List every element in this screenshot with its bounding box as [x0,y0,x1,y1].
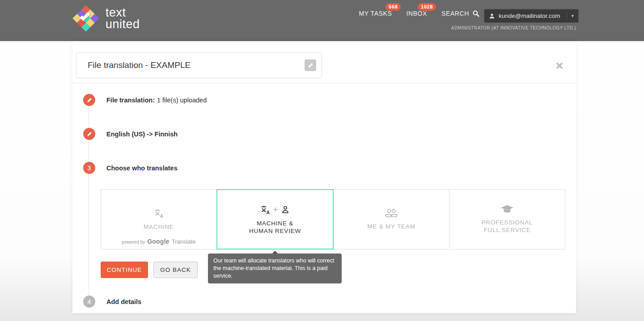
step-4-add-details: 4 Add details [83,296,141,308]
header-nav: MY TASKS 668 INBOX 1028 SEARCH [359,10,479,17]
nav-my-tasks-label: MY TASKS [359,10,392,17]
my-tasks-count-badge: 668 [386,3,401,11]
people-icon [384,208,399,218]
tooltip-text: Our team will allocate translators who w… [213,258,334,279]
tooltip-arrow [272,251,278,253]
step-3-number-circle: 3 [83,162,95,174]
nav-inbox[interactable]: INBOX 1028 [406,10,427,17]
option-machine-human-review[interactable]: A + MACHINE & HUMAN REVIEW [216,189,334,249]
translation-options: A MACHINE powered by Google Translate A … [101,189,565,249]
step-2-label: English (US) -> Finnish [106,131,178,138]
textunited-logo[interactable]: text united [72,4,140,33]
option-machine[interactable]: A MACHINE powered by Google Translate [101,189,217,249]
option-tooltip: Our team will allocate translators who w… [208,253,342,283]
user-account-dropdown[interactable]: kunde@mailinator.com ▾ [484,9,579,23]
inbox-count-badge: 1028 [418,3,436,11]
project-title-box[interactable]: File translation - EXAMPLE [76,52,322,78]
page: text united MY TASKS 668 INBOX 1028 SEAR… [0,0,644,321]
go-back-button[interactable]: GO BACK [153,262,198,278]
user-role-label: ADMINISTRATOR (AT INNOVATIVE TECHNOLOGY … [451,25,576,30]
option-machine-label: MACHINE [144,223,174,231]
step-4-number-circle: 4 [83,296,95,308]
edit-title-button[interactable] [305,59,316,71]
pencil-icon [87,97,92,103]
person-icon [280,205,290,215]
machine-plus-human-icons: A + [260,204,291,215]
option-professional-full-service[interactable]: PROFESSIONAL FULL SERVICE [449,189,565,249]
step-2-language-pair: English (US) -> Finnish [83,128,178,140]
nav-search-label: SEARCH [441,10,469,17]
option-me-my-team[interactable]: ME & MY TEAM [333,189,449,249]
user-icon [489,13,495,19]
nav-search[interactable]: SEARCH [441,10,479,17]
wizard-actions: CONTINUE GO BACK [101,262,198,278]
pencil-icon [87,131,92,137]
svg-text:A: A [160,213,164,219]
google-translate-attribution: powered by Google Translate [101,238,216,245]
step-1-label: File translation:1 file(s) uploaded [106,97,207,104]
option-professional-label: PROFESSIONAL FULL SERVICE [482,219,533,234]
step-3-label: Choose who translates [106,165,178,172]
svg-text:A: A [266,210,270,215]
logo-diamond-icon [72,4,100,33]
close-icon[interactable] [555,62,564,70]
project-title: File translation - EXAMPLE [88,60,305,70]
logo-wordmark: text united [106,7,140,30]
wizard-panel: File translation - EXAMPLE File translat… [72,41,576,313]
step-1-edit-circle[interactable] [83,94,95,106]
translate-icon: A [260,204,271,215]
translate-icon: A [153,208,164,219]
user-email: kunde@mailinator.com [499,13,567,19]
step-4-label: Add details [106,298,141,305]
plus-icon: + [273,206,278,214]
step-1-file-translation: File translation:1 file(s) uploaded [83,94,207,106]
divider [72,83,576,83]
graduation-cap-icon [501,205,513,214]
search-icon [472,10,479,17]
top-header: text united MY TASKS 668 INBOX 1028 SEAR… [0,0,644,41]
step-3-choose-translator: 3 Choose who translates [83,162,178,174]
option-me-my-team-label: ME & MY TEAM [367,223,415,230]
step-2-edit-circle[interactable] [83,128,95,140]
continue-button[interactable]: CONTINUE [101,262,148,278]
chevron-down-icon: ▾ [567,12,574,20]
nav-my-tasks[interactable]: MY TASKS 668 [359,10,392,17]
nav-inbox-label: INBOX [406,10,427,17]
option-machine-human-label: MACHINE & HUMAN REVIEW [249,220,301,235]
